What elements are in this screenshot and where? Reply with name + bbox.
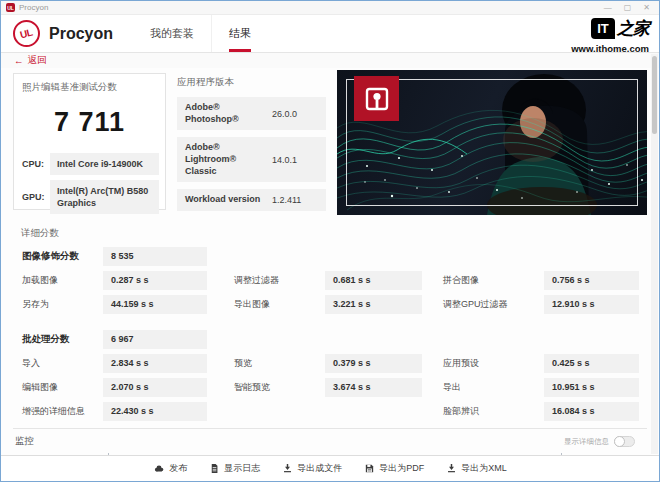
vertical-scrollbar[interactable]: [651, 54, 658, 454]
show-details-label: 显示详细信息: [564, 437, 609, 447]
gpu-label: GPU:: [16, 192, 50, 202]
detailed-scores-section: 详细分数 图像修饰分数 8 535 加载图像 0.287 s s 调整过滤器 0…: [13, 227, 647, 421]
benchmark-hero-image: [337, 70, 647, 215]
benchmark-score-card: 照片编辑基准测试分数 7 711 CPU: Intel Core i9-1490…: [13, 73, 166, 210]
detailed-scores-title: 详细分数: [21, 227, 647, 240]
back-arrow-icon: ←: [14, 55, 24, 66]
app-versions-panel: 应用程序版本 Adobe® Photoshop® 26.0.0 Adobe® L…: [177, 73, 326, 218]
score-value: 3.674 s s: [325, 378, 422, 397]
version-row-workload: Workload version 1.2.411: [177, 189, 326, 211]
ul-logo-icon: UL: [13, 20, 40, 47]
score-title: 照片编辑基准测试分数: [14, 81, 165, 94]
score-value: 22.430 s s: [103, 402, 207, 421]
maximize-button[interactable]: ▢: [624, 3, 632, 13]
show-details-toggle[interactable]: [614, 436, 635, 447]
score-label: 批处理分数: [22, 333, 103, 346]
window-title: Procyon: [19, 3, 48, 12]
detailed-scores-grid: 图像修饰分数 8 535 加载图像 0.287 s s 调整过滤器 0.681 …: [13, 247, 647, 421]
score-value: 3.221 s s: [325, 295, 422, 314]
save-disk-icon: [364, 460, 375, 478]
cpu-value: Intel Core i9-14900K: [50, 153, 159, 175]
score-label: 调整GPU过滤器: [443, 298, 544, 311]
main-tabs: 我的套装 结果: [133, 15, 268, 52]
score-value: 16.084 s s: [544, 402, 639, 421]
score-value: 6 967: [103, 330, 207, 349]
scrollbar-thumb[interactable]: [652, 56, 657, 134]
ithome-logo-icon: IT: [591, 18, 615, 39]
download-icon: [282, 460, 293, 478]
score-value: 8 535: [103, 247, 207, 266]
back-button[interactable]: ← 返回: [14, 54, 47, 67]
score-value: 0.287 s s: [103, 271, 207, 290]
brand-title: Procyon: [49, 25, 113, 43]
log-document-icon: [209, 460, 220, 478]
score-value: 10.951 s s: [544, 378, 639, 397]
score-label: 智能预览: [234, 381, 325, 394]
app-icon: UL: [6, 3, 15, 12]
ithome-url: www.ithome.com: [571, 43, 649, 54]
score-label: 拼合图像: [443, 274, 544, 287]
score-value: 2.834 s s: [103, 354, 207, 373]
back-row: ← 返回: [1, 53, 659, 68]
score-label: 应用预设: [443, 357, 544, 370]
export-file-button[interactable]: 导出成文件: [282, 460, 342, 478]
score-value: 0.379 s s: [325, 354, 422, 373]
score-value: 0.425 s s: [544, 354, 639, 373]
score-value: 0.681 s s: [325, 271, 422, 290]
score-label: 导出图像: [234, 298, 325, 311]
download-icon: [446, 460, 457, 478]
score-label: 图像修饰分数: [22, 250, 103, 263]
gpu-value: Intel(R) Arc(TM) B580 Graphics: [50, 180, 159, 214]
version-row-photoshop: Adobe® Photoshop® 26.0.0: [177, 97, 326, 130]
cpu-label: CPU:: [16, 159, 50, 169]
main-content: 照片编辑基准测试分数 7 711 CPU: Intel Core i9-1490…: [1, 68, 659, 475]
score-label: 增强的详细信息: [22, 405, 103, 418]
export-xml-button[interactable]: 导出为XML: [446, 460, 507, 478]
tab-my-suites[interactable]: 我的套装: [133, 15, 211, 52]
minimize-button[interactable]: —: [604, 3, 612, 13]
benchmark-score: 7 711: [14, 107, 165, 138]
app-header: UL Procyon 我的套装 结果: [1, 15, 659, 53]
tab-results[interactable]: 结果: [211, 15, 268, 52]
export-pdf-button[interactable]: 导出为PDF: [364, 460, 424, 478]
close-button[interactable]: ✕: [643, 3, 650, 13]
score-value: 2.070 s s: [103, 378, 207, 397]
score-label: 导出: [443, 381, 544, 394]
monitoring-title: 监控: [15, 435, 34, 448]
score-label: 编辑图像: [22, 381, 103, 394]
os-titlebar: UL Procyon — ▢ ✕: [1, 1, 659, 15]
procyon-window: UL Procyon — ▢ ✕ UL Procyon 我的套装 结果 IT 之…: [0, 0, 660, 482]
score-label: 调整过滤器: [234, 274, 325, 287]
export-toolbar: 发布 显示日志 导出成文件: [1, 455, 659, 481]
score-value: 0.756 s s: [544, 271, 639, 290]
score-label: 另存为: [22, 298, 103, 311]
publish-button[interactable]: 发布: [153, 460, 187, 478]
photo-benchmark-logo-icon: [354, 76, 399, 121]
show-log-button[interactable]: 显示日志: [209, 460, 260, 478]
score-value: 12.910 s s: [544, 295, 639, 314]
cloud-upload-icon: [153, 460, 165, 478]
ithome-watermark: IT 之家 www.ithome.com: [571, 17, 649, 54]
score-label: 预览: [234, 357, 325, 370]
version-row-lightroom: Adobe® Lightroom® Classic 14.0.1: [177, 137, 326, 182]
score-label: 脸部辨识: [443, 405, 544, 418]
score-label: 加载图像: [22, 274, 103, 287]
score-label: 导入: [22, 357, 103, 370]
app-versions-title: 应用程序版本: [177, 76, 326, 89]
score-value: 44.159 s s: [103, 295, 207, 314]
